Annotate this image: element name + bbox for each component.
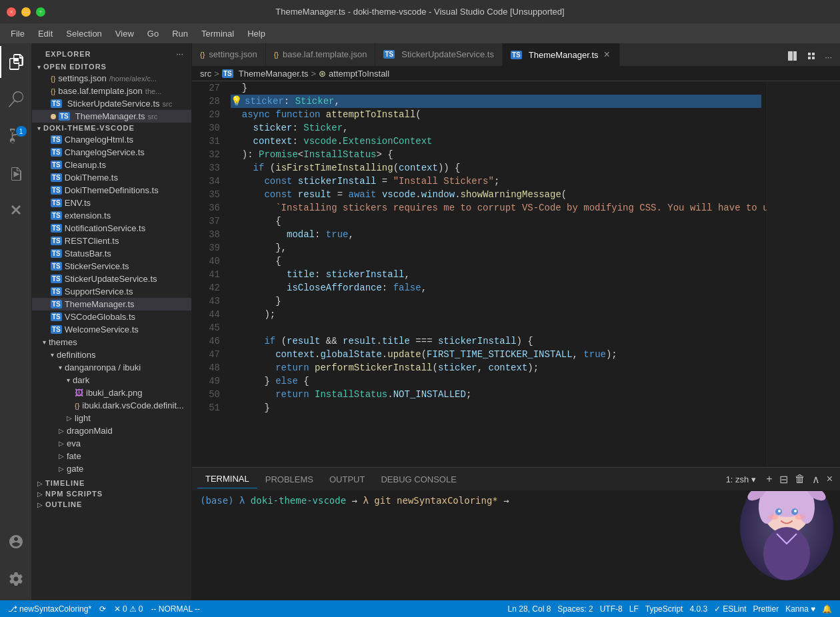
file-changelog-html[interactable]: TS ChangelogHtml.ts: [32, 133, 191, 146]
open-file-name: settings.json: [58, 73, 106, 83]
dark-folder[interactable]: ▾ dark: [32, 374, 191, 386]
code-line-28: 💡sticker: Sticker,: [231, 95, 761, 108]
activity-account[interactable]: [0, 526, 32, 558]
menu-help[interactable]: Help: [242, 26, 271, 41]
code-content[interactable]: } 💡sticker: Sticker, async function atte…: [225, 81, 767, 467]
code-line-31: context: vscode.ExtensionContext: [231, 135, 761, 148]
file-doki-theme-defs[interactable]: TS DokiThemeDefinitions.ts: [32, 184, 191, 197]
menu-go[interactable]: Go: [142, 26, 164, 41]
terminal-tab-terminal[interactable]: TERMINAL: [197, 470, 257, 488]
shell-selector[interactable]: 1: zsh ▾: [726, 474, 757, 484]
terminal-content[interactable]: (base) λ doki-theme-vscode → λ git newSy…: [192, 491, 840, 600]
breadcrumb: src > TS ThemeManager.ts > ⊛ attemptToIn…: [192, 67, 840, 81]
minimize-button[interactable]: —: [21, 7, 31, 17]
terminal-trash-button[interactable]: 🗑: [793, 471, 807, 487]
status-errors[interactable]: ✕ 0 ⚠ 0: [111, 600, 145, 617]
terminal-tab-debug[interactable]: DEBUG CONSOLE: [373, 470, 464, 488]
eva-folder[interactable]: ▷ eva: [32, 437, 191, 450]
status-spaces[interactable]: Spaces: 2: [555, 604, 595, 614]
menu-run[interactable]: Run: [167, 26, 193, 41]
open-editors-section[interactable]: ▾ Open Editors: [32, 61, 191, 72]
themes-folder[interactable]: ▾ themes: [32, 336, 191, 348]
split-editor-icon[interactable]: [785, 48, 801, 66]
danganronpa-folder[interactable]: ▾ danganronpa / ibuki: [32, 361, 191, 374]
file-doki-theme[interactable]: TS DokiTheme.ts: [32, 171, 191, 184]
tab-sticker-service[interactable]: TS StickerUpdateService.ts: [375, 43, 503, 66]
project-section[interactable]: ▾ DOKI-THEME-VSCODE: [32, 123, 191, 133]
file-changelog-service[interactable]: TS ChangelogService.ts: [32, 146, 191, 159]
maximize-button[interactable]: +: [36, 7, 45, 17]
activity-search[interactable]: [0, 83, 32, 115]
file-rest[interactable]: TS RESTClient.ts: [32, 235, 191, 247]
open-file-theme-manager[interactable]: TS ThemeManager.ts src: [32, 110, 191, 123]
activity-source-control[interactable]: 1: [0, 121, 32, 153]
status-line-col[interactable]: Ln 28, Col 8: [505, 604, 554, 614]
status-bell[interactable]: 🔔: [819, 604, 835, 614]
ts-badge-7: TS: [51, 211, 62, 220]
open-file-base-template[interactable]: {} base.laf.template.json the...: [32, 85, 191, 97]
menu-edit[interactable]: Edit: [33, 26, 58, 41]
layout-icon[interactable]: [803, 48, 819, 66]
file-ibuki-dark-json[interactable]: {} ibuki.dark.vsCode.definit...: [32, 399, 191, 412]
terminal-add-button[interactable]: +: [764, 471, 774, 487]
menu-terminal[interactable]: Terminal: [196, 26, 239, 41]
tab-settings-json[interactable]: {} settings.json: [192, 43, 266, 66]
terminal-split-button[interactable]: ⊟: [777, 471, 790, 488]
terminal-area: TERMINAL PROBLEMS OUTPUT DEBUG CONSOLE 1…: [192, 467, 840, 600]
eslint-label: ESLint: [723, 604, 746, 614]
file-vscode-globals[interactable]: TS VSCodeGlobals.ts: [32, 310, 191, 323]
activity-explorer[interactable]: [0, 46, 32, 78]
status-prettier[interactable]: Prettier: [750, 604, 781, 614]
file-welcome[interactable]: TS WelcomeService.ts: [32, 323, 191, 336]
menu-view[interactable]: View: [110, 26, 139, 41]
terminal-tab-problems[interactable]: PROBLEMS: [257, 470, 321, 488]
npm-scripts-section[interactable]: ▷ NPM SCRIPTS: [32, 488, 191, 499]
definitions-folder[interactable]: ▾ definitions: [32, 348, 191, 361]
open-file-settings-json[interactable]: {} settings.json /home/alex/c...: [32, 72, 191, 85]
menu-file[interactable]: File: [5, 26, 30, 41]
dragonmaid-folder[interactable]: ▷ dragonMaid: [32, 424, 191, 437]
tab-base-template[interactable]: {} base.laf.template.json: [266, 43, 376, 66]
activity-settings[interactable]: [0, 563, 32, 595]
fate-folder[interactable]: ▷ fate: [32, 450, 191, 462]
status-eslint[interactable]: ✓ ESLint: [711, 604, 749, 614]
prettier-label: Prettier: [753, 604, 779, 614]
status-version[interactable]: 4.0.3: [687, 604, 710, 614]
file-ibuki-dark-png[interactable]: 🖼 ibuki_dark.png: [32, 386, 191, 399]
terminal-close-button[interactable]: ×: [825, 471, 835, 487]
file-theme-manager[interactable]: TS ThemeManager.ts: [32, 298, 191, 310]
terminal-tab-output[interactable]: OUTPUT: [321, 470, 373, 488]
gate-folder[interactable]: ▷ gate: [32, 462, 191, 475]
activity-run[interactable]: [0, 158, 32, 190]
file-extension[interactable]: TS extension.ts: [32, 209, 191, 222]
ts-badge-6: TS: [51, 199, 62, 207]
file-notification[interactable]: TS NotificationService.ts: [32, 222, 191, 235]
filename-9: RESTClient.ts: [65, 236, 119, 246]
status-kanna[interactable]: Kanna ♥: [783, 604, 818, 614]
tab-close-button[interactable]: ×: [603, 49, 611, 61]
status-sync[interactable]: ⟳: [97, 600, 109, 617]
sidebar-actions[interactable]: ···: [176, 49, 183, 59]
file-statusbar[interactable]: TS StatusBar.ts: [32, 247, 191, 260]
terminal-chevron-up-button[interactable]: ∧: [810, 471, 822, 488]
status-language[interactable]: TypeScript: [643, 604, 686, 614]
code-editor[interactable]: 27 28 29 30 31 32 33 34 35 36 37 38 39 4…: [192, 81, 840, 467]
file-sticker-update[interactable]: TS StickerUpdateService.ts: [32, 273, 191, 285]
close-button[interactable]: ×: [7, 7, 16, 17]
timeline-section[interactable]: ▷ TIMELINE: [32, 478, 191, 488]
light-folder[interactable]: ▷ light: [32, 412, 191, 424]
window-controls[interactable]: × — +: [7, 7, 45, 17]
more-icon[interactable]: ···: [822, 49, 835, 65]
status-git-branch[interactable]: ⎇ newSyntaxColoring*: [5, 600, 94, 617]
file-cleanup[interactable]: TS Cleanup.ts: [32, 159, 191, 171]
status-eol[interactable]: LF: [627, 604, 641, 614]
open-file-sticker-service[interactable]: TS StickerUpdateService.ts src: [32, 97, 191, 110]
status-encoding[interactable]: UTF-8: [597, 604, 625, 614]
tab-theme-manager[interactable]: TS ThemeManager.ts ×: [503, 43, 620, 66]
file-sticker-service[interactable]: TS StickerService.ts: [32, 260, 191, 273]
menu-selection[interactable]: Selection: [61, 26, 107, 41]
file-env[interactable]: TS ENV.ts: [32, 197, 191, 209]
outline-section[interactable]: ▷ OUTLINE: [32, 499, 191, 510]
activity-extensions[interactable]: [0, 195, 32, 227]
file-support[interactable]: TS SupportService.ts: [32, 285, 191, 298]
